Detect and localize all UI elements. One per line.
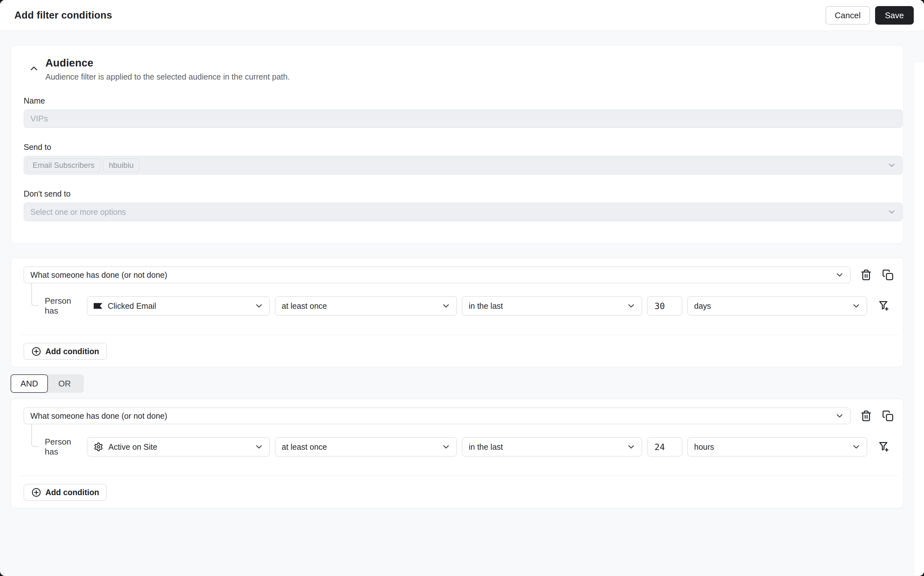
add-condition-label: Add condition [45,347,99,356]
condition-type-select[interactable]: What someone has done (or not done) [24,408,850,424]
save-button[interactable]: Save [875,6,914,25]
operator-toggle: AND OR [11,374,84,393]
chevron-down-icon [626,442,636,452]
chevron-down-icon [626,301,636,311]
dont-send-to-label: Don't send to [24,189,892,198]
operator-or-button[interactable]: OR [45,374,84,393]
chevron-down-icon [887,207,897,217]
condition-row: Person has Active on Site at least once [45,437,894,456]
add-condition-label: Add condition [45,488,99,497]
audience-header: Audience Audience filter is applied to t… [24,57,892,82]
audience-section: Audience Audience filter is applied to t… [11,45,904,244]
audience-chip[interactable]: hbuibiu [103,158,139,172]
section-title: Audience [45,57,290,69]
timeframe-value: in the last [469,301,503,311]
add-condition-button[interactable]: Add condition [24,484,107,501]
metric-select[interactable]: Clicked Email [87,296,270,315]
condition-type-row: What someone has done (or not done) [24,267,894,283]
duplicate-condition-button[interactable] [882,269,894,281]
delete-condition-button[interactable] [860,410,872,422]
funnel-plus-icon [878,300,890,312]
chevron-down-icon [887,160,897,170]
time-unit-select[interactable]: days [687,296,867,315]
time-unit-value: days [694,301,711,311]
audience-header-text: Audience Audience filter is applied to t… [45,57,290,82]
frequency-value: at least once [282,442,327,452]
condition-row: Person has Clicked Email at least once [45,296,894,315]
chevron-down-icon [835,411,844,421]
time-unit-select[interactable]: hours [687,437,867,456]
section-subtitle: Audience filter is applied to the select… [45,72,290,82]
timeframe-value-input[interactable] [647,437,682,456]
add-condition-button[interactable]: Add condition [24,343,107,360]
send-to-label: Send to [24,142,892,152]
chevron-up-icon [29,63,39,74]
chevron-down-icon [441,442,451,452]
funnel-plus-icon [878,441,890,453]
condition-detail: Person has Active on Site at least once [24,437,894,456]
timeframe-select[interactable]: in the last [462,296,642,315]
frequency-select[interactable]: at least once [275,437,457,456]
name-input[interactable] [24,110,903,128]
condition-card: What someone has done (or not done) [11,258,904,367]
add-time-filter-button[interactable] [878,300,890,312]
condition-card: What someone has done (or not done) [11,398,904,508]
add-time-filter-button[interactable] [878,441,890,453]
send-to-select[interactable]: Email Subscribers hbuibiu [24,156,903,174]
delete-condition-button[interactable] [860,269,872,281]
add-filter-conditions-dialog: Add filter conditions Cancel Save Audien… [0,0,924,576]
name-label: Name [24,96,892,106]
condition-prefix: Person has [45,437,82,457]
dialog-header: Add filter conditions Cancel Save [0,0,924,31]
time-unit-value: hours [694,442,714,452]
chevron-down-icon [254,442,264,452]
flag-icon [94,303,102,309]
dialog-body: Audience Audience filter is applied to t… [0,31,924,576]
trash-icon [860,269,872,281]
frequency-value: at least once [282,301,327,311]
audience-chip[interactable]: Email Subscribers [27,158,100,172]
metric-select[interactable]: Active on Site [87,437,270,456]
copy-icon [882,410,894,422]
chevron-down-icon [852,442,861,452]
copy-icon [882,269,894,281]
circle-plus-icon [31,488,41,498]
select-placeholder: Select one or more options [27,208,126,217]
trash-icon [860,410,872,422]
cancel-button[interactable]: Cancel [826,6,870,25]
scrollbar-gutter[interactable] [914,62,924,575]
timeframe-value-input[interactable] [647,296,682,315]
branch-connector [31,424,38,447]
duplicate-condition-button[interactable] [882,410,894,422]
timeframe-value: in the last [469,442,503,452]
metric-value: Clicked Email [108,301,156,311]
chevron-down-icon [852,301,861,311]
condition-type-value: What someone has done (or not done) [30,411,167,421]
chevron-down-icon [441,301,451,311]
metric-value: Active on Site [108,442,157,452]
branch-connector [31,283,38,306]
page-title: Add filter conditions [14,10,112,21]
chevron-down-icon [254,301,264,311]
frequency-select[interactable]: at least once [275,296,457,315]
operator-and-button[interactable]: AND [11,374,48,393]
chevron-down-icon [835,270,844,280]
condition-type-value: What someone has done (or not done) [30,270,167,280]
condition-type-select[interactable]: What someone has done (or not done) [24,267,850,283]
gear-icon [94,442,103,452]
dont-send-to-select[interactable]: Select one or more options [24,203,903,221]
collapse-section-button[interactable] [28,62,40,74]
condition-detail: Person has Clicked Email at least once [24,296,894,315]
timeframe-select[interactable]: in the last [462,437,642,456]
circle-plus-icon [31,347,41,357]
condition-prefix: Person has [45,296,82,316]
condition-type-row: What someone has done (or not done) [24,408,894,424]
